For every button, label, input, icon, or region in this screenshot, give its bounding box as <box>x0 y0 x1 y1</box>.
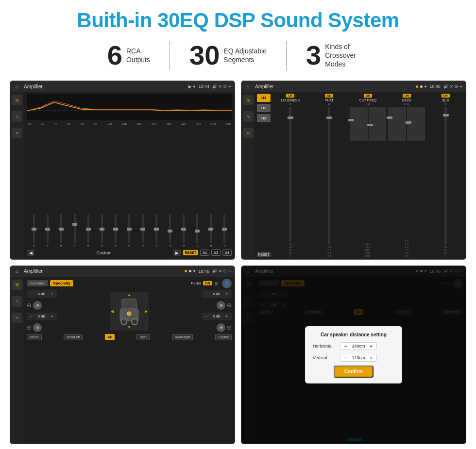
fader-tl-control[interactable]: − 0 dB + <box>27 290 57 298</box>
wave-icon-btn-2[interactable]: ∿ <box>243 111 254 122</box>
u2-btn[interactable]: U2 <box>211 249 221 256</box>
u3-select[interactable]: U3 <box>257 114 271 122</box>
phat-slider[interactable] <box>328 107 330 245</box>
rear-left-btn[interactable]: RearLeft <box>64 334 83 340</box>
fader-bl-control[interactable]: − 0 dB + <box>27 313 57 320</box>
cutfreq-slider-1[interactable] <box>350 107 368 141</box>
bass-on-btn[interactable]: ON <box>403 94 411 98</box>
eq-icon-btn-3[interactable]: ≋ <box>12 280 22 290</box>
all-btn[interactable]: All <box>105 334 115 340</box>
bass-slider-2[interactable] <box>407 107 425 141</box>
eq-icon-btn[interactable]: ≋ <box>12 95 22 105</box>
fader-tl-plus[interactable]: + <box>49 291 55 297</box>
screen2-sidebar: ≋ ∿ ⇔ <box>241 92 255 259</box>
sub-label: SUB <box>442 99 449 102</box>
eq-bottom-bar: ◀ Custom ▶ RESET U1 U2 U3 <box>27 249 232 257</box>
stat-eq: 30 EQ AdjustableSegments <box>170 42 286 69</box>
stat-rca-label: RCAOutputs <box>126 47 150 64</box>
eq-icon-btn-2[interactable]: ≋ <box>243 95 254 105</box>
horizontal-minus-btn[interactable]: − <box>342 343 349 349</box>
eq-slider-3[interactable]: 0 <box>55 214 67 247</box>
specialty-tab[interactable]: Specialty <box>50 280 73 286</box>
wave-icon-btn[interactable]: ∿ <box>12 111 22 122</box>
eq-slider-14[interactable]: 0 <box>205 214 217 247</box>
cutfreq-slider-2[interactable] <box>369 107 387 141</box>
arrow-up-icon[interactable]: ▲ <box>127 293 131 297</box>
screen2-status-icons: ♥ 10:45 🔊 ✕ ⊡ ↩ <box>425 84 463 89</box>
home-icon-2[interactable]: ⌂ <box>244 83 252 90</box>
wave-icon-btn-3[interactable]: ∿ <box>12 296 22 307</box>
eq-slider-10[interactable]: 0 <box>151 214 163 247</box>
svg-point-4 <box>132 319 137 325</box>
vertical-plus-btn[interactable]: + <box>368 355 374 361</box>
horizontal-plus-btn[interactable]: + <box>368 343 374 349</box>
screen1-sidebar: ≋ ∿ ⇔ <box>10 92 24 259</box>
eq-slider-2[interactable]: 0 <box>41 214 53 247</box>
fader-bl-plus[interactable]: + <box>49 314 55 319</box>
fader-right-col: − 0 dB + ◉ ⊖ − <box>202 290 232 332</box>
u3-btn[interactable]: U3 <box>222 249 232 256</box>
fader-br-control[interactable]: − 0 dB + <box>202 313 232 320</box>
fader-tl-minus[interactable]: − <box>29 291 34 297</box>
common-tab[interactable]: Common <box>27 280 48 286</box>
fader-tr-plus[interactable]: + <box>224 291 230 297</box>
eq-slider-13[interactable]: -1 <box>191 214 204 247</box>
eq-sliders[interactable]: 0 0 0 5 <box>27 127 232 247</box>
eq-slider-8[interactable]: 0 <box>123 214 135 247</box>
fader-br-minus[interactable]: − <box>204 314 209 319</box>
fader-main-content: Common Specialty Fader ON ||| 👤 − 0 dB <box>24 277 235 444</box>
horizontal-control[interactable]: − 140cm + <box>340 342 377 350</box>
loudness-on-btn[interactable]: ON <box>286 94 294 98</box>
arrow-right-icon[interactable]: ▶ <box>145 309 148 313</box>
vertical-control[interactable]: − 110cm + <box>340 354 377 362</box>
prev-btn[interactable]: ◀ <box>27 249 34 256</box>
eq-slider-9[interactable]: 0 <box>137 214 149 247</box>
u1-select[interactable]: U1 <box>257 94 271 102</box>
eq-slider-7[interactable]: 0 <box>109 214 121 247</box>
vertical-minus-btn[interactable]: − <box>342 355 349 361</box>
confirm-button[interactable]: Confirm <box>334 366 374 378</box>
amp-ch-loudness: ON LOUDNESS G 644832160 <box>272 94 309 257</box>
vertical-value: 110cm <box>351 355 366 360</box>
amp-reset-btn[interactable]: RESET <box>257 252 271 257</box>
eq-freq-labels: 2532405063 80100125160200 25032040050063… <box>27 122 232 125</box>
eq-slider-12[interactable]: 0 <box>178 214 190 247</box>
sub-on-btn[interactable]: ON <box>442 94 450 98</box>
loudness-slider[interactable] <box>289 107 291 242</box>
home-icon-3[interactable]: ⌂ <box>13 267 21 275</box>
fader-br-plus[interactable]: + <box>224 314 230 319</box>
home-icon[interactable]: ⌂ <box>13 83 21 90</box>
fader-tr-minus[interactable]: − <box>204 291 209 297</box>
arrow-down-icon[interactable]: ▼ <box>127 325 131 330</box>
eq-slider-6[interactable]: 0 <box>96 214 108 247</box>
eq-slider-15[interactable]: 0 <box>219 214 231 247</box>
driver-btn[interactable]: Driver <box>27 334 42 340</box>
eq-slider-5[interactable]: 0 <box>82 214 94 247</box>
phat-on-btn[interactable]: ON <box>325 94 333 98</box>
screen3-status-icons: ♥ 10:46 🔊 ✕ ⊡ ↩ <box>193 269 232 274</box>
copilot-btn[interactable]: Copilot <box>215 334 232 340</box>
fader-on-btn[interactable]: ON <box>203 281 212 285</box>
reset-btn[interactable]: RESET <box>183 250 198 255</box>
screen-dialog: ⌂ Amplifier ♥ 10:46 🔊 ✕ ⊡ ↩ ≋ ∿ ⇔ <box>241 266 466 445</box>
user-btn[interactable]: User <box>136 334 150 340</box>
arrow-icon-btn[interactable]: ⇔ <box>12 128 22 138</box>
play-icon: ▶ <box>188 84 191 89</box>
fader-bl-minus[interactable]: − <box>29 314 34 319</box>
eq-slider-4[interactable]: 5 <box>68 214 81 247</box>
bass-label: BASS <box>402 99 411 102</box>
u2-select[interactable]: U2 <box>257 104 271 112</box>
rear-right-btn[interactable]: RearRight <box>172 334 193 340</box>
eq-slider-1[interactable]: 0 <box>28 214 40 247</box>
bass-slider-1[interactable] <box>388 107 406 141</box>
cutfreq-on-btn[interactable]: ON <box>364 94 372 98</box>
u1-btn[interactable]: U1 <box>200 249 209 256</box>
arrow-icon-btn-3[interactable]: ⇔ <box>12 313 22 323</box>
eq-slider-11[interactable]: -1 <box>164 214 176 247</box>
arrow-left-icon[interactable]: ◀ <box>111 309 114 313</box>
arrow-icon-btn-2[interactable]: ⇔ <box>243 128 254 138</box>
next-btn[interactable]: ▶ <box>173 249 181 256</box>
fader-tr-control[interactable]: − 0 dB + <box>202 290 232 298</box>
page-container: Buith-in 30EQ DSP Sound System 6 RCAOutp… <box>0 0 476 449</box>
sub-slider[interactable] <box>444 107 447 245</box>
